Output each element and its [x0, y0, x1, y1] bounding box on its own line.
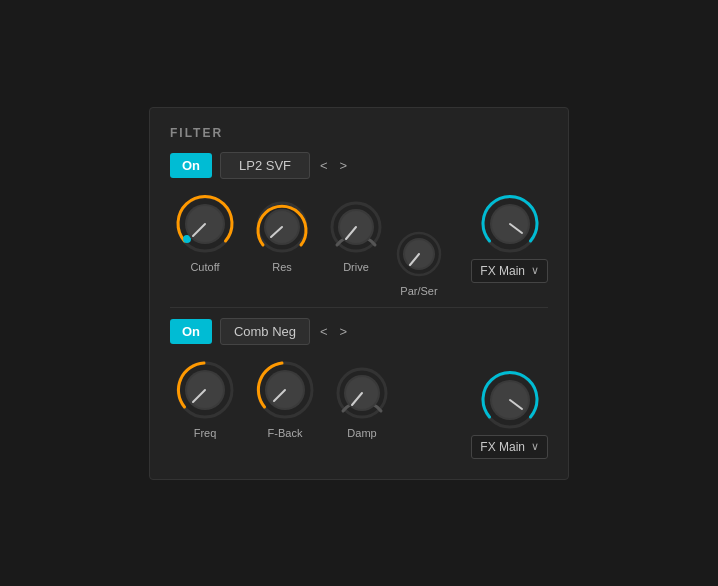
damp-knob[interactable]	[334, 365, 390, 421]
cutoff-knob[interactable]	[174, 193, 236, 255]
filter2-on-button[interactable]: On	[170, 319, 212, 344]
filter2-type: Comb Neg	[220, 318, 310, 345]
res-label: Res	[272, 261, 292, 273]
damp-knob-group: Damp	[334, 365, 390, 439]
filter1-prev-button[interactable]: <	[316, 156, 332, 175]
drive-knob-group: Drive	[328, 199, 384, 273]
fback-label: F-Back	[268, 427, 303, 439]
filter2-row: On Comb Neg < >	[170, 318, 548, 345]
filter1-knobs: Cutoff Res	[174, 193, 384, 273]
fback-knob[interactable]	[254, 359, 316, 421]
filter2-next-button[interactable]: >	[336, 322, 352, 341]
filter2-knobs: Freq F-Back	[174, 359, 390, 439]
damp-label: Damp	[347, 427, 376, 439]
cutoff-label: Cutoff	[190, 261, 219, 273]
section-title: FILTER	[170, 126, 548, 140]
filter1-routing: FX Main ∨	[471, 193, 548, 283]
drive-knob[interactable]	[328, 199, 384, 255]
filter1-nav: < >	[316, 156, 351, 175]
filter2-fx-label: FX Main	[480, 440, 525, 454]
par-ser-label: Par/Ser	[400, 285, 437, 297]
freq-knob[interactable]	[174, 359, 236, 421]
filter1-type: LP2 SVF	[220, 152, 310, 179]
filter-panel: FILTER On LP2 SVF < >	[149, 107, 569, 480]
divider	[170, 307, 548, 308]
filter1-fx-label: FX Main	[480, 264, 525, 278]
filter1-routing-knob[interactable]	[479, 193, 541, 255]
filter2-nav: < >	[316, 322, 351, 341]
freq-knob-group: Freq	[174, 359, 236, 439]
filter2-prev-button[interactable]: <	[316, 322, 332, 341]
par-ser-knob[interactable]	[394, 229, 444, 279]
filter1-fx-arrow: ∨	[531, 264, 539, 277]
filter1-next-button[interactable]: >	[336, 156, 352, 175]
filter1-on-button[interactable]: On	[170, 153, 212, 178]
filter1-fx-dropdown[interactable]: FX Main ∨	[471, 259, 548, 283]
filter2-fx-arrow: ∨	[531, 440, 539, 453]
filter2-fx-dropdown[interactable]: FX Main ∨	[471, 435, 548, 459]
res-knob[interactable]	[254, 199, 310, 255]
cutoff-knob-group: Cutoff	[174, 193, 236, 273]
filter1-row: On LP2 SVF < >	[170, 152, 548, 179]
res-knob-group: Res	[254, 199, 310, 273]
fback-knob-group: F-Back	[254, 359, 316, 439]
drive-label: Drive	[343, 261, 369, 273]
freq-label: Freq	[194, 427, 217, 439]
filter2-routing-knob[interactable]	[479, 369, 541, 431]
filter2-routing: FX Main ∨	[471, 369, 548, 459]
